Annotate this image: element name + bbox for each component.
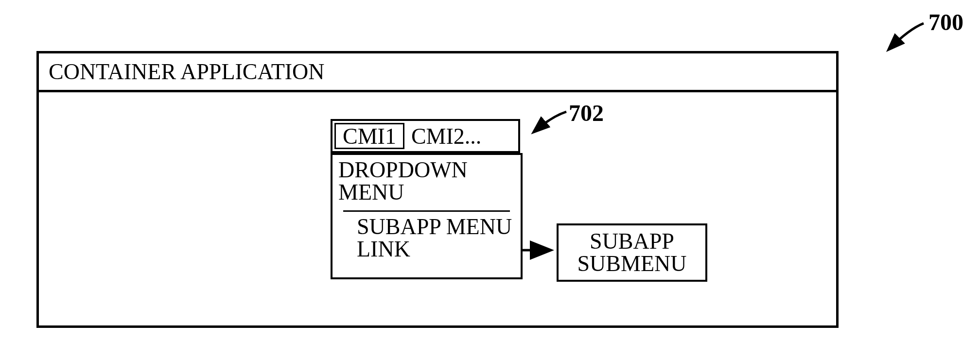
window-title-bar: CONTAINER APPLICATION <box>39 53 836 92</box>
divider <box>343 210 510 212</box>
window-body: CMI1 CMI2... 702 DROPDOWN MENU SUBAPP ME… <box>39 92 836 325</box>
callout-702: 702 <box>569 100 604 126</box>
dropdown-menu-header: DROPDOWN MENU <box>332 155 521 207</box>
callout-702-arrow <box>525 107 574 136</box>
context-menu-bar: CMI1 CMI2... <box>331 119 520 153</box>
window-title: CONTAINER APPLICATION <box>49 59 325 85</box>
subapp-submenu[interactable]: SUBAPP SUBMENU <box>557 223 707 282</box>
callout-700-arrow <box>875 15 933 53</box>
subapp-menu-link[interactable]: SUBAPP MENU LINK <box>332 215 521 264</box>
callout-700: 700 <box>928 9 963 35</box>
menu-item-cmi2[interactable]: CMI2... <box>404 121 488 151</box>
menu-item-cmi1[interactable]: CMI1 <box>334 123 404 149</box>
container-application-window: CONTAINER APPLICATION CMI1 CMI2... 702 <box>36 51 839 328</box>
submenu-arrow-icon <box>523 243 559 257</box>
dropdown-menu: DROPDOWN MENU SUBAPP MENU LINK <box>331 153 523 279</box>
